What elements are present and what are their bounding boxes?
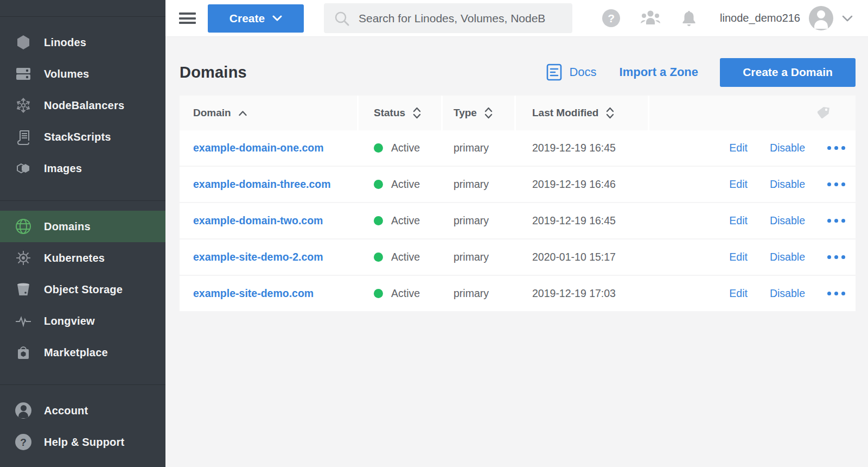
sort-asc-icon	[238, 110, 247, 116]
topbar: Create ?	[165, 0, 868, 37]
search-input[interactable]	[359, 12, 565, 25]
username-label: linode_demo216	[720, 12, 800, 24]
avatar	[809, 6, 833, 30]
status-label: Active	[391, 287, 420, 300]
status-active-dot	[374, 143, 383, 153]
create-a-domain-button[interactable]: Create a Domain	[720, 58, 856, 87]
column-header-type[interactable]: Type	[443, 96, 516, 130]
sidebar-item-label: Kubernetes	[44, 252, 105, 264]
domains-page: Domains Docs Import a Zone Create a Doma…	[165, 37, 868, 467]
table-row: example-domain-one.com Active primary 20…	[180, 130, 856, 167]
sidebar-item-label: Images	[44, 162, 82, 175]
domain-link[interactable]: example-site-demo-2.com	[193, 251, 323, 263]
sidebar-item-stackscripts[interactable]: StackScripts	[0, 121, 165, 153]
row-actions-kebab-icon[interactable]	[825, 288, 847, 299]
sidebar-footer-nav: Account ? Help & Support	[0, 385, 165, 458]
sidebar-item-marketplace[interactable]: Marketplace	[0, 337, 165, 368]
sidebar-item-object-storage[interactable]: Object Storage	[0, 274, 165, 305]
sidebar-item-label: Object Storage	[44, 283, 123, 296]
sidebar-item-label: Account	[44, 405, 88, 417]
status-active-dot	[374, 180, 383, 189]
edit-link[interactable]: Edit	[729, 142, 748, 154]
domain-link[interactable]: example-domain-one.com	[193, 142, 324, 154]
domain-link[interactable]: example-domain-three.com	[193, 178, 331, 191]
status-label: Active	[391, 142, 420, 154]
nodebalancers-icon	[15, 97, 32, 114]
row-actions-kebab-icon[interactable]	[825, 216, 847, 226]
status-label: Active	[391, 251, 420, 263]
create-button-label: Create	[229, 12, 265, 25]
domain-link[interactable]: example-site-demo.com	[193, 287, 314, 300]
sidebar-item-help-support[interactable]: ? Help & Support	[0, 426, 165, 458]
type-value: primary	[443, 287, 516, 300]
sidebar-item-nodebalancers[interactable]: NodeBalancers	[0, 90, 165, 121]
disable-link[interactable]: Disable	[770, 287, 805, 300]
table-row: example-domain-two.com Active primary 20…	[180, 203, 856, 239]
sidebar-item-label: NodeBalancers	[44, 99, 124, 112]
sidebar-item-domains[interactable]: Domains	[0, 211, 165, 242]
status-label: Active	[391, 214, 420, 227]
help-icon[interactable]: ?	[602, 9, 620, 27]
sidebar-item-account[interactable]: Account	[0, 395, 165, 426]
type-value: primary	[443, 214, 516, 227]
hamburger-menu-icon[interactable]	[179, 10, 196, 27]
sidebar-item-kubernetes[interactable]: Kubernetes	[0, 242, 165, 274]
longview-pulse-icon	[15, 312, 32, 330]
stackscripts-icon	[15, 128, 32, 146]
sidebar-item-label: Longview	[44, 315, 95, 327]
import-a-zone-link[interactable]: Import a Zone	[620, 65, 698, 79]
page-header-actions: Docs Import a Zone Create a Domain	[546, 58, 856, 87]
sidebar-item-linodes[interactable]: Linodes	[0, 27, 165, 58]
help-icon: ?	[15, 433, 32, 451]
search-box	[324, 3, 572, 33]
sort-both-icon	[605, 106, 615, 119]
edit-link[interactable]: Edit	[729, 287, 748, 300]
type-value: primary	[443, 178, 516, 191]
search-icon	[334, 10, 350, 27]
object-storage-bucket-icon	[15, 281, 32, 298]
last-modified-value: 2019-12-19 16:45	[516, 142, 649, 154]
disable-link[interactable]: Disable	[770, 142, 805, 154]
disable-link[interactable]: Disable	[770, 251, 805, 263]
sidebar-item-volumes[interactable]: Volumes	[0, 58, 165, 90]
linodes-icon	[15, 34, 32, 51]
status-active-dot	[374, 253, 383, 262]
sidebar-item-longview[interactable]: Longview	[0, 305, 165, 337]
volumes-icon	[15, 65, 32, 83]
kubernetes-icon	[15, 249, 32, 267]
column-header-status[interactable]: Status	[359, 96, 443, 130]
column-header-last-modified[interactable]: Last Modified	[516, 96, 649, 130]
create-button[interactable]: Create	[208, 4, 304, 33]
disable-link[interactable]: Disable	[770, 214, 805, 227]
domains-table: Domain Status Type	[180, 96, 856, 312]
docs-document-icon	[546, 64, 562, 81]
last-modified-value: 2020-01-10 15:17	[516, 251, 649, 263]
sidebar-secondary-nav: Domains Kubernetes Object Storage	[0, 201, 165, 368]
domain-link[interactable]: example-domain-two.com	[193, 214, 323, 227]
sidebar-item-label: Help & Support	[44, 436, 124, 449]
disable-link[interactable]: Disable	[770, 178, 805, 191]
sidebar-item-label: Linodes	[44, 36, 86, 49]
edit-link[interactable]: Edit	[729, 251, 748, 263]
column-header-tags[interactable]	[649, 96, 856, 130]
row-actions-kebab-icon[interactable]	[825, 179, 847, 190]
edit-link[interactable]: Edit	[729, 214, 748, 227]
type-value: primary	[443, 142, 516, 154]
community-icon[interactable]	[640, 9, 661, 28]
row-actions-kebab-icon[interactable]	[825, 143, 847, 153]
user-menu[interactable]: linode_demo216	[720, 6, 853, 30]
status-active-dot	[374, 289, 383, 298]
column-header-domain[interactable]: Domain	[180, 96, 359, 130]
sidebar-item-images[interactable]: Images	[0, 153, 165, 184]
edit-link[interactable]: Edit	[729, 178, 748, 191]
page-title: Domains	[180, 64, 247, 81]
status-active-dot	[374, 216, 383, 225]
row-actions-kebab-icon[interactable]	[825, 252, 847, 262]
docs-link-label: Docs	[569, 65, 596, 79]
type-value: primary	[443, 251, 516, 263]
docs-link[interactable]: Docs	[546, 64, 596, 81]
page-header: Domains Docs Import a Zone Create a Doma…	[180, 58, 856, 87]
notifications-bell-icon[interactable]	[681, 9, 697, 28]
marketplace-bag-icon	[15, 344, 32, 361]
table-row: example-site-demo-2.com Active primary 2…	[180, 239, 856, 276]
